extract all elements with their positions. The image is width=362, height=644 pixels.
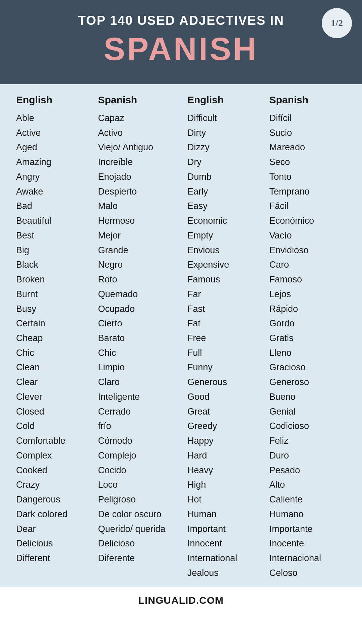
list-item: Económico — [269, 214, 346, 228]
list-item: Importante — [269, 522, 346, 537]
list-item: De color oscuro — [98, 507, 175, 522]
list-item: Dumb — [187, 170, 264, 184]
right-english-header: English — [187, 94, 264, 109]
list-item: Far — [187, 287, 264, 302]
list-item: Temprano — [269, 184, 346, 199]
list-item: Dry — [187, 155, 264, 170]
list-item: Mareado — [269, 140, 346, 155]
list-item: Gracioso — [269, 360, 346, 375]
list-item: Cierto — [98, 316, 175, 331]
footer-text: LINGUALID.COM — [7, 595, 355, 606]
list-item: Generous — [187, 375, 264, 390]
list-item: Fast — [187, 302, 264, 317]
left-spanish-header: Spanish — [98, 94, 175, 109]
list-item: Good — [187, 390, 264, 405]
left-english-items: AbleActiveAgedAmazingAngryAwakeBadBeauti… — [16, 111, 93, 566]
list-item: Lleno — [269, 346, 346, 361]
list-item: Enojado — [98, 170, 175, 184]
list-item: Cocido — [98, 463, 175, 478]
list-item: Fat — [187, 316, 264, 331]
list-item: Lejos — [269, 287, 346, 302]
list-item: Malo — [98, 199, 175, 214]
list-item: Caliente — [269, 492, 346, 507]
list-item: Despierto — [98, 184, 175, 199]
list-item: Happy — [187, 434, 264, 448]
list-item: Diferente — [98, 551, 175, 566]
right-english-items: DifficultDirtyDizzyDryDumbEarlyEasyEcono… — [187, 111, 264, 581]
list-item: Hermoso — [98, 214, 175, 228]
list-item: Dark colored — [16, 507, 93, 522]
list-item: Dear — [16, 522, 93, 537]
right-spanish-items: DifícilSucioMareadoSecoTontoTempranoFáci… — [269, 111, 346, 581]
list-item: Seco — [269, 155, 346, 170]
list-item: Awake — [16, 184, 93, 199]
list-item: Alto — [269, 478, 346, 492]
right-english-col: English DifficultDirtyDizzyDryDumbEarlyE… — [185, 94, 267, 581]
list-item: Roto — [98, 272, 175, 287]
list-item: Increíble — [98, 155, 175, 170]
list-item: Pesado — [269, 463, 346, 478]
list-item: Easy — [187, 199, 264, 214]
header: 1/2 TOP 140 USED ADJECTIVES IN SPANISH — [0, 0, 362, 84]
list-item: Viejo/ Antiguo — [98, 140, 175, 155]
list-item: Generoso — [269, 375, 346, 390]
list-item: Hard — [187, 448, 264, 463]
list-item: Delicious — [16, 536, 93, 551]
list-item: Bueno — [269, 390, 346, 405]
list-item: Heavy — [187, 463, 264, 478]
list-item: Negro — [98, 258, 175, 272]
list-item: Grande — [98, 243, 175, 258]
list-item: Cerrado — [98, 405, 175, 419]
list-item: Dangerous — [16, 492, 93, 507]
header-subtitle: TOP 140 USED ADJECTIVES IN — [20, 13, 342, 28]
list-item: Clever — [16, 390, 93, 405]
list-item: Envious — [187, 243, 264, 258]
list-item: frío — [98, 419, 175, 434]
list-item: Cómodo — [98, 434, 175, 448]
list-item: Caro — [269, 258, 346, 272]
list-item: Fácil — [269, 199, 346, 214]
list-item: Difficult — [187, 111, 264, 126]
left-spanish-col: Spanish CapazActivoViejo/ AntiguoIncreíb… — [96, 94, 178, 581]
list-item: Full — [187, 346, 264, 361]
list-item: Delicioso — [98, 536, 175, 551]
list-item: Feliz — [269, 434, 346, 448]
list-item: Hot — [187, 492, 264, 507]
left-column-group: English AbleActiveAgedAmazingAngryAwakeB… — [13, 94, 177, 581]
list-item: Dirty — [187, 126, 264, 141]
list-item: Internacional — [269, 551, 346, 566]
list-item: Gratis — [269, 331, 346, 346]
list-item: Barato — [98, 331, 175, 346]
list-item: Funny — [187, 360, 264, 375]
list-item: Cheap — [16, 331, 93, 346]
list-item: Important — [187, 522, 264, 537]
list-item: Codicioso — [269, 419, 346, 434]
list-item: Difícil — [269, 111, 346, 126]
list-item: Closed — [16, 405, 93, 419]
list-item: High — [187, 478, 264, 492]
list-item: Clear — [16, 375, 93, 390]
list-item: Crazy — [16, 478, 93, 492]
list-item: Early — [187, 184, 264, 199]
list-item: Complejo — [98, 448, 175, 463]
footer: LINGUALID.COM — [0, 587, 362, 613]
list-item: Sucio — [269, 126, 346, 141]
list-item: Aged — [16, 140, 93, 155]
list-item: Comfortable — [16, 434, 93, 448]
list-item: Mejor — [98, 228, 175, 243]
list-item: Capaz — [98, 111, 175, 126]
list-item: Vacío — [269, 228, 346, 243]
table-container: English AbleActiveAgedAmazingAngryAwakeB… — [13, 94, 349, 581]
list-item: Humano — [269, 507, 346, 522]
list-item: Cooked — [16, 463, 93, 478]
list-item: Dizzy — [187, 140, 264, 155]
list-item: International — [187, 551, 264, 566]
list-item: Jealous — [187, 566, 264, 581]
list-item: Limpio — [98, 360, 175, 375]
right-spanish-col: Spanish DifícilSucioMareadoSecoTontoTemp… — [267, 94, 349, 581]
list-item: Claro — [98, 375, 175, 390]
list-item: Broken — [16, 272, 93, 287]
list-item: Querido/ querida — [98, 522, 175, 537]
list-item: Tonto — [269, 170, 346, 184]
list-item: Great — [187, 405, 264, 419]
